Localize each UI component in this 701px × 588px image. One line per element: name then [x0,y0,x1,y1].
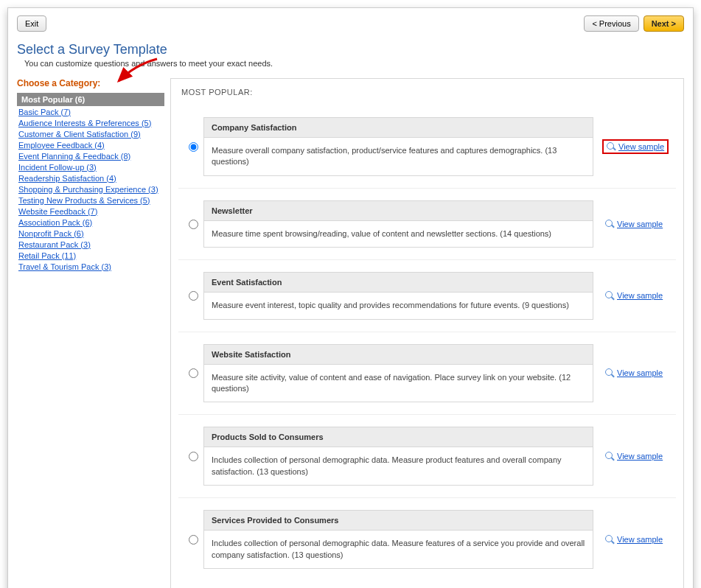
template-radio[interactable] [189,291,198,301]
template-list: Company SatisfactionMeasure overall comp… [178,105,676,581]
template-card: Company SatisfactionMeasure overall comp… [203,117,593,176]
template-title: Services Provided to Consumers [204,511,593,531]
template-description: Includes collection of personal demograp… [204,531,593,568]
template-description: Includes collection of personal demograp… [204,447,593,485]
template-radio[interactable] [189,220,198,229]
magnifier-icon [605,535,614,544]
view-sample-wrap: View sample [602,533,666,545]
category-item: Association Pack (6) [17,217,164,228]
category-item: Incident Follow-up (3) [17,161,164,172]
page-title: Select a Survey Template [17,42,684,57]
template-radio-cell [181,533,203,546]
category-item: Employee Feedback (4) [17,139,164,150]
template-description: Measure overall company satisfaction, pr… [204,138,593,175]
category-item: Shopping & Purchasing Experience (3) [17,183,164,195]
magnifier-icon [607,142,615,151]
page-subtitle: You can customize questions and answers … [17,59,684,68]
view-sample-cell: View sample [602,450,673,462]
template-description: Measure event interest, topic quality an… [204,293,593,318]
magnifier-icon [605,291,614,300]
view-sample-cell: View sample [602,533,673,545]
view-sample-cell: View sample [602,367,673,379]
category-link[interactable]: Travel & Tourism Pack (3) [18,262,111,271]
template-card: Services Provided to ConsumersIncludes c… [203,510,593,569]
template-radio-cell [181,140,203,153]
template-radio-cell [181,449,203,463]
view-sample-wrap: View sample [602,367,666,379]
category-item: Basic Pack (7) [17,106,164,117]
category-item: Website Feedback (7) [17,206,164,217]
category-item: Retail Pack (11) [17,250,164,261]
template-title: Company Satisfaction [204,118,593,138]
view-sample-link[interactable]: View sample [617,452,663,461]
next-button-top[interactable]: Next > [644,15,684,32]
template-card: Website SatisfactionMeasure site activit… [203,344,593,403]
category-link[interactable]: Retail Pack (11) [18,251,76,260]
category-link[interactable]: Customer & Client Satisfaction (9) [18,130,141,139]
magnifier-icon [605,220,614,228]
view-sample-link[interactable]: View sample [617,291,663,300]
view-sample-cell: View sample [602,290,673,301]
template-panel: MOST POPULAR: Company SatisfactionMeasur… [170,78,684,588]
view-sample-link[interactable]: View sample [617,368,663,377]
template-radio[interactable] [189,368,198,378]
previous-button-top[interactable]: < Previous [584,15,638,32]
category-item: Travel & Tourism Pack (3) [17,261,164,272]
template-radio[interactable] [189,535,198,545]
category-list: Basic Pack (7)Audience Interests & Prefe… [17,106,164,272]
content-area: Choose a Category: Most Popular (6) Basi… [17,78,684,588]
nav-buttons-top: < Previous Next > [584,15,684,32]
category-item: Nonprofit Pack (6) [17,228,164,239]
template-radio[interactable] [189,452,198,461]
category-link[interactable]: Association Pack (6) [18,218,92,227]
category-link[interactable]: Testing New Products & Services (5) [18,196,150,205]
category-header: Choose a Category: [17,78,164,88]
category-link[interactable]: Basic Pack (7) [18,108,71,116]
category-link[interactable]: Readership Satisfaction (4) [18,174,116,183]
category-item: Restaurant Pack (3) [17,239,164,250]
category-link[interactable]: Nonprofit Pack (6) [18,229,84,238]
magnifier-icon [605,368,614,377]
template-row: Event SatisfactionMeasure event interest… [178,260,676,332]
template-radio-cell [181,289,203,302]
category-sidebar: Choose a Category: Most Popular (6) Basi… [17,78,164,588]
category-link[interactable]: Employee Feedback (4) [18,141,105,150]
category-item: Readership Satisfaction (4) [17,172,164,183]
template-radio-cell [181,217,203,231]
category-item: Event Planning & Feedback (8) [17,150,164,161]
category-link[interactable]: Incident Follow-up (3) [18,163,97,172]
view-sample-link[interactable]: View sample [618,142,664,151]
template-radio[interactable] [189,142,198,152]
template-row: Website SatisfactionMeasure site activit… [178,332,676,416]
category-link[interactable]: Restaurant Pack (3) [18,240,91,249]
template-radio-cell [181,366,203,379]
view-sample-cell: View sample [602,139,673,154]
template-title: Website Satisfaction [204,345,593,365]
view-sample-highlight: View sample [602,139,669,154]
view-sample-wrap: View sample [602,218,666,230]
category-link[interactable]: Audience Interests & Preferences (5) [18,119,151,127]
top-toolbar: Exit < Previous Next > [17,15,684,32]
template-title: Newsletter [204,201,593,221]
template-card: Event SatisfactionMeasure event interest… [203,272,593,319]
template-title: Products Sold to Consumers [204,427,593,447]
view-sample-wrap: View sample [602,450,666,462]
exit-button[interactable]: Exit [17,15,46,32]
category-link[interactable]: Website Feedback (7) [18,207,97,216]
view-sample-link[interactable]: View sample [617,220,663,228]
view-sample-link[interactable]: View sample [617,535,663,544]
category-item: Audience Interests & Preferences (5) [17,117,164,128]
template-description: Measure time spent browsing/reading, val… [204,221,593,247]
category-link[interactable]: Event Planning & Feedback (8) [18,152,130,161]
template-row: Products Sold to ConsumersIncludes colle… [178,415,676,498]
category-item: Customer & Client Satisfaction (9) [17,128,164,139]
view-sample-cell: View sample [602,218,673,230]
template-card: Products Sold to ConsumersIncludes colle… [203,427,593,486]
view-sample-wrap: View sample [602,290,666,301]
magnifier-icon [605,452,614,461]
template-row: Company SatisfactionMeasure overall comp… [178,105,676,189]
category-selected[interactable]: Most Popular (6) [17,93,164,106]
section-title: MOST POPULAR: [178,88,676,97]
category-link[interactable]: Shopping & Purchasing Experience (3) [18,185,158,194]
template-description: Measure site activity, value of content … [204,365,593,402]
